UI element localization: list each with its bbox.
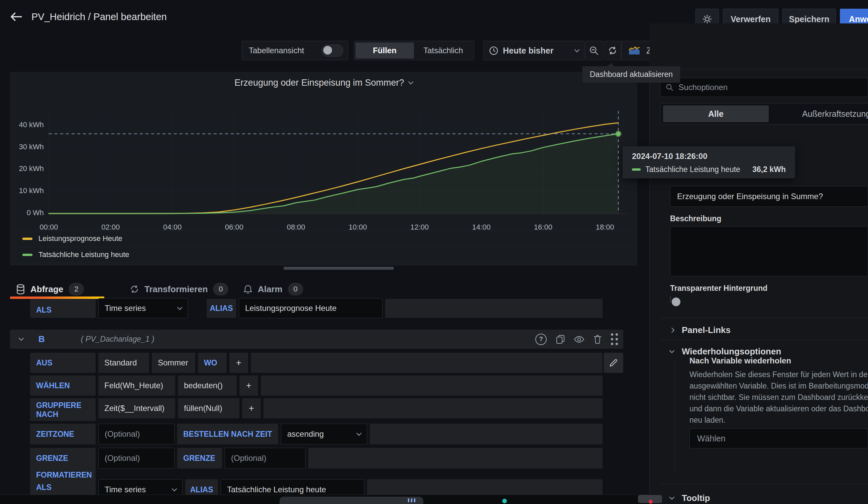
status-dot-teal: [502, 498, 507, 503]
groupby-label-line1: GRUPPIERE: [36, 401, 81, 410]
chart-tooltip: 2024-07-10 18:26:00 Tatsächliche Leistun…: [622, 146, 795, 178]
drag-handle-icon[interactable]: [611, 333, 618, 345]
section-title: Panel-Links: [682, 325, 731, 335]
slimit-input[interactable]: [225, 448, 306, 468]
select-value: Time series: [105, 304, 146, 313]
add-select-button[interactable]: +: [239, 375, 258, 395]
query-ref: B: [39, 334, 45, 344]
section-guide-line: [675, 360, 675, 471]
timezone-input[interactable]: [98, 424, 175, 444]
tab-alarm[interactable]: Alarm 0: [244, 281, 303, 297]
pencil-icon: [609, 359, 618, 367]
select-field[interactable]: Feld(Wh_Heute): [98, 375, 175, 395]
refresh-button[interactable]: [604, 41, 621, 60]
query-a-format-select[interactable]: Time series: [98, 298, 188, 318]
panel-title-input[interactable]: [670, 186, 868, 207]
panel-resize-handle[interactable]: [283, 267, 394, 270]
tab-label: Transformieren: [144, 284, 208, 294]
groupby-fill[interactable]: füllen(Null): [178, 398, 239, 418]
legend-item[interactable]: Leistungsprognose Heute: [22, 231, 122, 246]
search-input[interactable]: [678, 82, 862, 92]
groupby-label-line2: NACH: [36, 410, 58, 419]
table-view-label: Tabellenansicht: [249, 46, 304, 55]
select-label: WÄHLEN: [30, 375, 96, 395]
tooltip-section[interactable]: Tooltip: [670, 491, 857, 504]
select-function[interactable]: bedeuten(): [178, 375, 237, 395]
query-a-alias-input[interactable]: [239, 298, 383, 318]
desc-line: und dann die Variable aktualisieren oder…: [690, 403, 868, 414]
clock-icon: [489, 46, 498, 55]
transparent-bg-toggle[interactable]: [670, 296, 671, 303]
actual-option[interactable]: Tatsächlich: [414, 42, 473, 59]
eye-icon[interactable]: [574, 336, 584, 343]
add-where-button[interactable]: +: [229, 353, 248, 373]
legend-label[interactable]: Leistungsprognose Heute: [39, 234, 122, 243]
repeat-by-variable-label: Nach Variable wiederholen: [690, 356, 791, 365]
tooltip-series-label: Tatsächliche Leistung heute: [645, 165, 740, 174]
refresh-tooltip: Dashboard aktualisieren: [582, 66, 680, 83]
options-filter: Alle Außerkraftsetzungen: [660, 103, 868, 124]
query-name: ( PV_Dachanlage_1 ): [81, 335, 154, 344]
from-measurement[interactable]: Sommer: [152, 353, 195, 373]
table-view-group: Tabellenansicht: [242, 41, 348, 60]
panel-title: Erzeugung oder Einspeisung im Sommer?: [234, 78, 404, 88]
help-icon[interactable]: ?: [535, 334, 547, 345]
desc-line: nicht sichtbar. Sie müssen zum Dashboard…: [690, 392, 868, 403]
query-b-header[interactable]: B ( PV_Dachanlage_1 ) ?: [10, 330, 623, 349]
chart-svg[interactable]: [20, 108, 632, 219]
chevron-down-icon: [177, 304, 183, 310]
tooltip-value: 36,2 kWh: [752, 165, 786, 174]
zoom-out-button[interactable]: [585, 41, 602, 60]
groupby-time[interactable]: Zeit($__Intervall): [98, 398, 175, 418]
filter-all[interactable]: Alle: [663, 105, 769, 122]
format-label-line2: ALS: [36, 483, 51, 492]
orderby-select[interactable]: ascending: [281, 424, 367, 444]
time-range-picker[interactable]: Heute bisher: [484, 41, 585, 60]
duplicate-icon[interactable]: [556, 334, 565, 344]
edit-query-button[interactable]: [604, 353, 623, 373]
chevron-down-icon: [408, 79, 413, 85]
panel-links-section[interactable]: Panel-Links: [670, 323, 857, 337]
back-button[interactable]: [9, 9, 25, 24]
divider: [660, 318, 868, 318]
status-dot-red: [649, 500, 653, 504]
format-label-line1: FORMATIEREN: [36, 471, 92, 480]
tab-count-badge: 0: [213, 283, 228, 295]
groupby-label: GRUPPIERE NACH: [30, 398, 96, 421]
section-title: Tooltip: [682, 493, 710, 503]
chevron-right-icon: [669, 327, 675, 333]
panel-title-menu[interactable]: Erzeugung oder Einspeisung im Sommer?: [10, 78, 637, 88]
chevron-down-icon: [575, 47, 580, 52]
options-search[interactable]: [660, 78, 868, 97]
filter-overrides[interactable]: Außerkraftsetzungen: [771, 105, 868, 122]
tab-transformieren[interactable]: Transformieren 0: [130, 281, 228, 297]
collapse-chevron-icon[interactable]: [19, 336, 24, 341]
legend-item[interactable]: Tatsächliche Leistung heute: [22, 247, 130, 262]
trash-icon[interactable]: [593, 334, 601, 344]
description-textarea[interactable]: [670, 226, 868, 276]
toggle-knob: [323, 46, 332, 54]
toggle-knob: [672, 298, 680, 306]
chevron-down-icon: [172, 486, 177, 491]
tab-abfrage[interactable]: Abfrage 2: [16, 281, 84, 297]
desc-line: ausgewählten Variable. Dies ist im Bearb…: [690, 380, 868, 392]
legend-label[interactable]: Tatsächliche Leistung heute: [39, 250, 130, 259]
where-label: WO: [198, 353, 227, 373]
limit-input[interactable]: [98, 448, 175, 468]
from-policy[interactable]: Standard: [98, 353, 149, 373]
row-filler: [370, 424, 602, 444]
query-a-filler: [385, 299, 602, 318]
tooltip-timestamp: 2024-07-10 18:26:00: [632, 152, 786, 161]
row-filler: [261, 375, 602, 395]
fill-option[interactable]: Füllen: [355, 42, 414, 59]
add-groupby-button[interactable]: +: [242, 398, 261, 418]
row-filler: [251, 353, 602, 373]
chart-panel: Erzeugung oder Einspeisung im Sommer? 0 …: [10, 72, 637, 265]
page-title: PV_Heidrich / Panel bearbeiten: [31, 11, 167, 22]
chevron-down-icon: [356, 430, 362, 436]
table-view-toggle[interactable]: [322, 44, 343, 57]
tab-count-badge: 0: [288, 283, 303, 295]
desc-line: neu laden.: [690, 414, 868, 426]
divider: [660, 484, 868, 484]
repeat-variable-select[interactable]: Wählen: [690, 429, 868, 448]
